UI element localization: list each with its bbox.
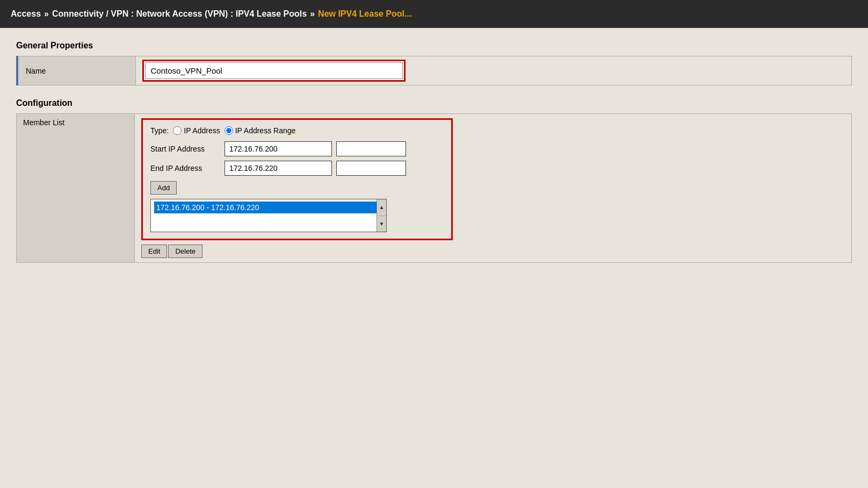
start-ip-label: Start IP Address: [150, 145, 220, 153]
end-ip-label: End IP Address: [150, 164, 220, 173]
type-ip-address-range-label[interactable]: IP Address Range: [225, 126, 296, 135]
name-input[interactable]: [145, 62, 403, 79]
start-ip-row: Start IP Address: [150, 141, 444, 156]
breadcrumb-access: Access: [11, 9, 41, 19]
scroll-up-arrow[interactable]: ▲: [377, 199, 386, 216]
member-list-label: Member List: [17, 114, 135, 263]
listbox-items: 172.16.76.200 - 172.16.76.220: [151, 199, 386, 232]
header-breadcrumb: Access » Connectivity / VPN : Network Ac…: [0, 0, 868, 28]
scroll-down-arrow[interactable]: ▼: [377, 216, 386, 232]
type-label: Type:: [150, 126, 169, 135]
name-input-cell: [135, 56, 852, 85]
configuration-table: Member List Type: IP Address IP Address …: [16, 113, 852, 263]
action-buttons: Edit Delete: [141, 245, 845, 258]
add-button-wrapper: Add: [150, 180, 444, 199]
end-ip-input[interactable]: [225, 161, 332, 176]
type-ip-address-text: IP Address: [184, 126, 220, 135]
delete-button[interactable]: Delete: [168, 245, 202, 258]
name-input-highlight-box: [142, 60, 406, 82]
member-list-listbox[interactable]: 172.16.76.200 - 172.16.76.220 ▲ ▼: [150, 199, 387, 232]
name-label: Name: [17, 56, 135, 85]
config-inner-highlight-box: Type: IP Address IP Address Range Start …: [141, 118, 453, 240]
breadcrumb-sep2: »: [310, 9, 315, 19]
breadcrumb-current: New IPV4 Lease Pool...: [318, 9, 411, 19]
main-content: General Properties Name Configuration Me…: [0, 28, 868, 488]
edit-button[interactable]: Edit: [141, 245, 167, 258]
list-item-empty: [154, 213, 383, 227]
start-ip-input[interactable]: [225, 141, 332, 156]
type-ip-address-radio[interactable]: [173, 126, 182, 135]
scroll-arrows: ▲ ▼: [377, 199, 386, 232]
configuration-title: Configuration: [16, 98, 852, 108]
general-properties-table: Name: [16, 56, 852, 85]
end-ip-row: End IP Address: [150, 161, 444, 176]
add-button[interactable]: Add: [150, 181, 177, 195]
breadcrumb-sep1: »: [44, 9, 49, 19]
name-row: Name: [17, 56, 852, 85]
breadcrumb-mid: Connectivity / VPN : Network Access (VPN…: [52, 9, 307, 19]
type-ip-address-range-radio[interactable]: [225, 126, 233, 135]
end-ip-extra-input[interactable]: [336, 161, 406, 176]
general-properties-title: General Properties: [16, 41, 852, 51]
type-ip-address-label[interactable]: IP Address: [173, 126, 220, 135]
start-ip-extra-input[interactable]: [336, 141, 406, 156]
type-ip-address-range-text: IP Address Range: [235, 126, 296, 135]
type-row: Type: IP Address IP Address Range: [150, 126, 444, 135]
list-item[interactable]: 172.16.76.200 - 172.16.76.220: [154, 202, 383, 213]
config-content-cell: Type: IP Address IP Address Range Start …: [135, 114, 852, 263]
config-row: Member List Type: IP Address IP Address …: [17, 114, 852, 263]
